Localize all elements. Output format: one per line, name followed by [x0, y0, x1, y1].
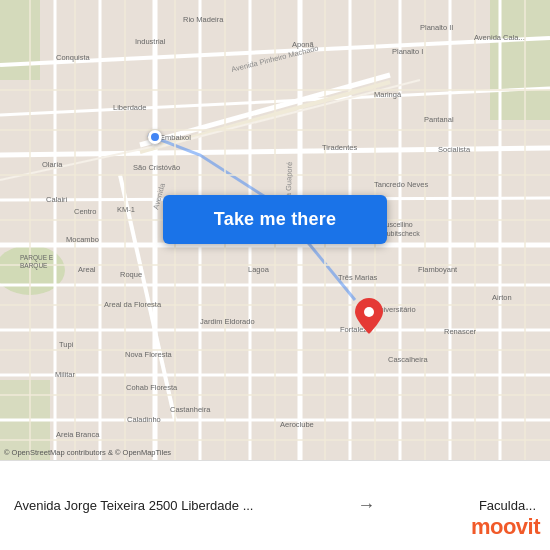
- svg-text:Liberdade: Liberdade: [113, 103, 146, 112]
- svg-text:Areal da Floresta: Areal da Floresta: [104, 300, 162, 309]
- svg-text:Renascer: Renascer: [444, 327, 477, 336]
- svg-text:Centro: Centro: [74, 207, 97, 216]
- svg-text:Planalto II: Planalto II: [420, 23, 453, 32]
- svg-text:Areal: Areal: [78, 265, 96, 274]
- svg-rect-1: [0, 0, 40, 80]
- svg-text:Caladinho: Caladinho: [127, 415, 161, 424]
- svg-text:KM-1: KM-1: [117, 205, 135, 214]
- svg-text:Mocambo: Mocambo: [66, 235, 99, 244]
- svg-text:Calairi: Calairi: [46, 195, 68, 204]
- svg-text:BARQUE: BARQUE: [20, 262, 48, 270]
- moovit-logo: moovit: [471, 514, 540, 540]
- svg-text:Conquista: Conquista: [56, 53, 91, 62]
- svg-text:Rio Madeira: Rio Madeira: [183, 15, 224, 24]
- svg-text:Pantanal: Pantanal: [424, 115, 454, 124]
- svg-point-97: [364, 307, 374, 317]
- svg-text:Maringá: Maringá: [374, 90, 402, 99]
- svg-text:© OpenStreetMap contributors &: © OpenStreetMap contributors & © OpenMap…: [4, 448, 171, 457]
- address-text: Avenida Jorge Teixeira 2500 Liberdade ..…: [14, 498, 253, 513]
- svg-text:Industrial: Industrial: [135, 37, 166, 46]
- app: Industrial Rio Madeira Aponã Planalto II…: [0, 0, 550, 550]
- svg-text:Castanheira: Castanheira: [170, 405, 211, 414]
- destination-info: Faculda...: [479, 498, 536, 513]
- svg-text:Cohab Floresta: Cohab Floresta: [126, 383, 178, 392]
- bottom-bar: Avenida Jorge Teixeira 2500 Liberdade ..…: [0, 460, 550, 550]
- svg-text:São Cristóvão: São Cristóvão: [133, 163, 180, 172]
- svg-text:Areia Branca: Areia Branca: [56, 430, 100, 439]
- svg-text:Avenida Cala...: Avenida Cala...: [474, 33, 525, 42]
- origin-info: Avenida Jorge Teixeira 2500 Liberdade ..…: [14, 498, 253, 513]
- destination-pin: [355, 298, 383, 334]
- current-location-dot: [148, 130, 162, 144]
- svg-text:Militar: Militar: [55, 370, 76, 379]
- svg-text:Três Marias: Três Marias: [338, 273, 378, 282]
- svg-text:Socialista: Socialista: [438, 145, 471, 154]
- svg-text:Aeroclube: Aeroclube: [280, 420, 314, 429]
- svg-text:Airton: Airton: [492, 293, 512, 302]
- arrow-container: →: [357, 495, 375, 516]
- svg-text:Nova Floresta: Nova Floresta: [125, 350, 173, 359]
- svg-text:Tupi: Tupi: [59, 340, 74, 349]
- svg-text:Cascalheira: Cascalheira: [388, 355, 428, 364]
- svg-text:Tiradentes: Tiradentes: [322, 143, 357, 152]
- svg-text:Lagoa: Lagoa: [248, 265, 270, 274]
- svg-text:Kubitscheck: Kubitscheck: [382, 230, 420, 237]
- svg-text:Embaixol: Embaixol: [160, 133, 191, 142]
- svg-text:Planalto I: Planalto I: [392, 47, 423, 56]
- destination-text: Faculda...: [479, 498, 536, 513]
- svg-text:Olaría: Olaría: [42, 160, 63, 169]
- arrow-icon: →: [357, 495, 375, 516]
- svg-text:PARQUE E: PARQUE E: [20, 254, 54, 262]
- svg-text:Tancredo Neves: Tancredo Neves: [374, 180, 428, 189]
- moovit-brand-name: moovit: [471, 514, 540, 540]
- map-area: Industrial Rio Madeira Aponã Planalto II…: [0, 0, 550, 460]
- take-me-there-button[interactable]: Take me there: [163, 195, 387, 244]
- svg-text:Roque: Roque: [120, 270, 142, 279]
- svg-text:Flamboyant: Flamboyant: [418, 265, 458, 274]
- svg-text:Jardim Eldorado: Jardim Eldorado: [200, 317, 255, 326]
